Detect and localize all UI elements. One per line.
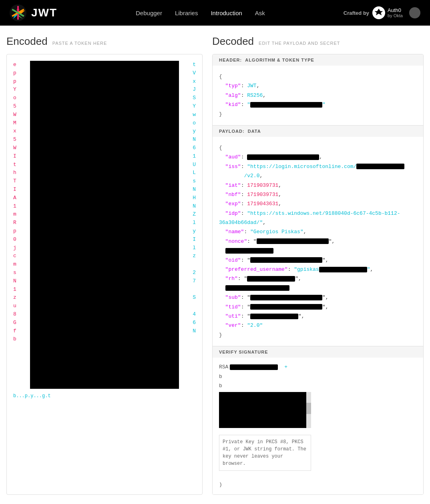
- oid-redacted: [250, 257, 322, 263]
- scrollbar-track: [306, 392, 311, 428]
- auth0-logo: Auth0 by Okta: [372, 6, 403, 19]
- key-description: Private Key in PKCS #8, PKCS #1, or JWK …: [219, 435, 311, 471]
- preferred-username-key: "preferred_username": [225, 266, 288, 272]
- rh-line2-redacted: [225, 285, 289, 291]
- auth0-circle-icon: [372, 6, 385, 19]
- jwt-logo-icon: [10, 4, 26, 21]
- encoded-content: eppYo5WMx5WIthTIA1mRp0jcmsN1zu8Gfb tVxJS…: [13, 61, 196, 389]
- verify-section-body: RSA + b b Private Key in PK: [213, 358, 423, 494]
- decoded-panel: Decoded EDIT THE PAYLOAD AND SECRET HEAD…: [212, 35, 424, 495]
- rsa-b1: b: [219, 374, 222, 380]
- nav-debugger[interactable]: Debugger: [136, 10, 162, 16]
- colon-2: :: [241, 92, 247, 98]
- aud-comma: ,: [319, 154, 322, 160]
- payload-section-body[interactable]: { "aud": , "iss": "https://login.microso…: [213, 137, 423, 346]
- header-section-body[interactable]: { "typ": JWT, "alg": RS256, "kid": "" }: [213, 66, 423, 125]
- rsa-block: RSA + b b Private Key in PK: [219, 362, 417, 489]
- name-key: "name": [225, 229, 244, 235]
- encoded-link[interactable]: b...p.y...g.t: [13, 393, 51, 399]
- header-section: HEADER: ALGORITHM & TOKEN TYPE { "typ": …: [213, 54, 423, 126]
- decoded-subtitle: EDIT THE PAYLOAD AND SECRET: [259, 41, 340, 46]
- sub-redacted: [250, 295, 322, 300]
- exp-value: 1719043631: [247, 201, 278, 207]
- header-section-label: HEADER: ALGORITHM & TOKEN TYPE: [213, 54, 423, 66]
- idp-value: "https://sts.windows.net/9188040d-6c67-4…: [219, 210, 400, 226]
- iss-key: "iss": [225, 164, 241, 170]
- uti-key: "uti": [225, 313, 241, 319]
- nbf-key: "nbf": [225, 192, 241, 198]
- logo-text: JWT: [31, 6, 57, 19]
- rsa-start: RSA: [219, 364, 278, 370]
- decoded-title: Decoded: [212, 35, 254, 48]
- nav-introduction[interactable]: Introduction: [211, 10, 242, 16]
- ver-value: "2.0": [247, 322, 263, 328]
- sub-key: "sub": [225, 294, 241, 300]
- payload-sublabel: DATA: [248, 129, 261, 134]
- iss-suffix: /v2.0: [244, 173, 259, 179]
- encoded-title: Encoded: [6, 35, 48, 48]
- kid-key: "kid": [225, 102, 241, 108]
- nbf-value: 1719039731: [247, 192, 278, 198]
- rsa-key-area[interactable]: [219, 392, 311, 428]
- header-label: HEADER:: [219, 58, 242, 62]
- payload-label: PAYLOAD:: [219, 129, 245, 134]
- exp-key: "exp": [225, 201, 241, 207]
- main-nav: Debugger Libraries Introduction Ask: [136, 10, 265, 16]
- verify-label: VERIFY SIGNATURE: [219, 350, 268, 354]
- encoded-right-chars: tVxJSYwoyN61ULsNHNZlyIlz27S46N: [193, 62, 196, 334]
- nav-libraries[interactable]: Libraries: [175, 10, 198, 16]
- iss-redacted: [356, 164, 404, 169]
- iss-value: "https://login.microsoftonline.com/: [247, 164, 404, 170]
- uti-redacted: [250, 314, 298, 319]
- nonce-key: "nonce": [225, 238, 247, 244]
- aud-key: "aud": [225, 154, 241, 160]
- header-sublabel: ALGORITHM & TOKEN TYPE: [245, 58, 314, 62]
- name-value: "Georgios Piskas": [250, 229, 303, 235]
- rsa-close-paren: ): [219, 482, 222, 488]
- kid-redacted: [250, 102, 322, 108]
- header: JWT Debugger Libraries Introduction Ask …: [0, 0, 430, 26]
- auth0-text: Auth0 by Okta: [388, 7, 403, 19]
- crafted-by-text: Crafted by: [344, 10, 369, 16]
- iat-value: 1719039731: [247, 182, 278, 188]
- encoded-subtitle: PASTE A TOKEN HERE: [52, 41, 107, 46]
- nav-ask[interactable]: Ask: [255, 10, 265, 16]
- comma-1: ,: [257, 83, 260, 89]
- tid-redacted: [250, 304, 322, 310]
- aud-redacted: [247, 154, 319, 160]
- iat-key: "iat": [225, 182, 241, 188]
- plus-button[interactable]: +: [284, 364, 287, 370]
- rh-redacted: [247, 276, 295, 282]
- verify-section: VERIFY SIGNATURE RSA + b b: [213, 346, 423, 494]
- nonce-redacted: [257, 238, 329, 244]
- encoded-header: Encoded PASTE A TOKEN HERE: [6, 35, 203, 48]
- idp-key: "idp": [225, 210, 241, 216]
- decoded-header: Decoded EDIT THE PAYLOAD AND SECRET: [212, 35, 424, 48]
- colon-1: :: [241, 83, 247, 89]
- open-brace-1: {: [219, 74, 222, 80]
- main-content: Encoded PASTE A TOKEN HERE eppYo5WMx5WIt…: [0, 26, 430, 504]
- alg-value: RS256: [247, 92, 263, 98]
- tid-key: "tid": [225, 304, 241, 310]
- rsa-b2: b: [219, 383, 222, 389]
- payload-section-label: PAYLOAD: DATA: [213, 126, 423, 137]
- preferred-username-redacted: [319, 267, 367, 272]
- verify-section-label: VERIFY SIGNATURE: [213, 346, 423, 358]
- header-right: Crafted by Auth0 by Okta: [344, 6, 420, 19]
- encoded-left-chars: eppYo5WMx5WIthTIA1mRp0jcmsN1zu8Gfb: [13, 62, 16, 342]
- typ-key: "typ": [225, 83, 241, 89]
- colon-3: :: [241, 102, 247, 108]
- typ-value: JWT: [247, 83, 256, 89]
- nonce-line2-redacted: [225, 248, 273, 254]
- oid-key: "oid": [225, 257, 241, 263]
- alg-key: "alg": [225, 92, 241, 98]
- comma-2: ,: [263, 92, 266, 98]
- encoded-box[interactable]: eppYo5WMx5WIthTIA1mRp0jcmsN1zu8Gfb tVxJS…: [6, 54, 203, 495]
- user-avatar[interactable]: [409, 7, 420, 18]
- kid-value: "": [247, 102, 326, 108]
- payload-section: PAYLOAD: DATA { "aud": , "iss": "https:/…: [213, 126, 423, 346]
- scrollbar-thumb[interactable]: [306, 403, 311, 414]
- payload-open-brace: {: [219, 145, 222, 151]
- rsa-header-redacted: [230, 364, 278, 370]
- decoded-box: HEADER: ALGORITHM & TOKEN TYPE { "typ": …: [212, 54, 424, 495]
